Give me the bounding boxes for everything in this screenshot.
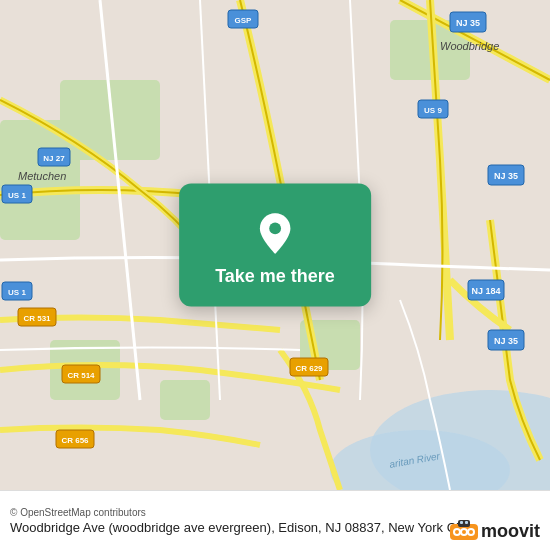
svg-text:GSP: GSP: [235, 16, 253, 25]
bottom-bar: © OpenStreetMap contributors Woodbridge …: [0, 490, 550, 550]
svg-text:CR 656: CR 656: [61, 436, 89, 445]
moovit-logo-icon: [450, 520, 478, 542]
cta-card[interactable]: Take me there: [179, 184, 371, 307]
svg-text:US 1: US 1: [8, 191, 26, 200]
svg-point-48: [455, 530, 459, 534]
osm-credit: © OpenStreetMap contributors: [10, 507, 540, 518]
svg-rect-51: [458, 520, 470, 527]
svg-rect-8: [160, 380, 210, 420]
svg-text:NJ 35: NJ 35: [494, 336, 518, 346]
map-container: NJ 35 GSP US 1 US 1 NJ 27 US 9 GSP NJ 35…: [0, 0, 550, 490]
svg-text:CR 629: CR 629: [295, 364, 323, 373]
moovit-logo-text: moovit: [481, 521, 540, 542]
svg-text:US 9: US 9: [424, 106, 442, 115]
svg-text:Metuchen: Metuchen: [18, 170, 66, 182]
svg-text:NJ 184: NJ 184: [471, 286, 500, 296]
svg-text:Woodbridge: Woodbridge: [440, 40, 499, 52]
moovit-logo: moovit: [450, 520, 540, 542]
svg-text:US 1: US 1: [8, 288, 26, 297]
svg-text:NJ 35: NJ 35: [456, 18, 480, 28]
svg-text:NJ 27: NJ 27: [43, 154, 65, 163]
location-pin-icon: [253, 212, 297, 256]
take-me-there-button[interactable]: Take me there: [215, 266, 335, 287]
svg-point-50: [469, 530, 473, 534]
svg-rect-53: [465, 521, 468, 524]
svg-point-43: [269, 223, 281, 235]
svg-point-49: [462, 530, 466, 534]
svg-text:NJ 35: NJ 35: [494, 171, 518, 181]
svg-rect-52: [460, 521, 463, 524]
svg-text:CR 531: CR 531: [23, 314, 51, 323]
svg-text:CR 514: CR 514: [67, 371, 95, 380]
